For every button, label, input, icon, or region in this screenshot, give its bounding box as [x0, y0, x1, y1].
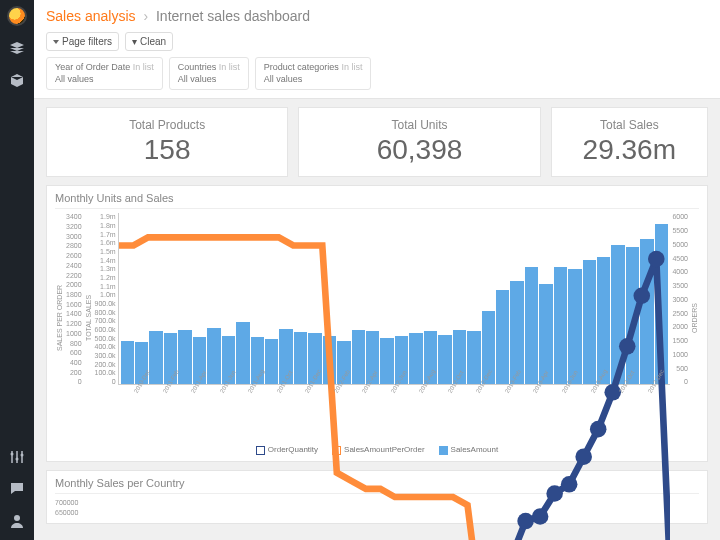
chart-panel-monthly-sales-country: Monthly Sales per Country 700000 650000: [46, 470, 708, 525]
y-axis-ticks-left1: 3400320030002800260024002200200018001600…: [64, 213, 84, 385]
svg-point-37: [590, 421, 607, 438]
svg-point-0: [11, 453, 14, 456]
bar[interactable]: [294, 332, 307, 384]
bar[interactable]: [323, 336, 336, 385]
bar[interactable]: [640, 239, 653, 384]
filter-icon: ▾: [132, 36, 137, 47]
bar[interactable]: [583, 260, 596, 384]
bar[interactable]: [121, 341, 134, 384]
y-axis-label-sales-per-order: SALES PER ORDER: [55, 213, 64, 423]
y-axis-label-total-sales: TOTAL SALES: [84, 213, 93, 423]
filter-bar: Page filters ▾Clean: [46, 32, 708, 51]
chart2-ytick: 700000: [55, 498, 699, 508]
bar[interactable]: [409, 333, 422, 384]
chart-legend: OrderQuantitySalesAmountPerOrderSalesAmo…: [55, 445, 699, 454]
chart2-title: Monthly Sales per Country: [55, 477, 699, 494]
app-logo-icon[interactable]: [7, 6, 27, 26]
chart-panel-monthly-units-sales: Monthly Units and Sales SALES PER ORDER …: [46, 185, 708, 461]
page-filters-toggle[interactable]: Page filters: [46, 32, 119, 51]
dashboard-body: Total Products158Total Units60,398Total …: [34, 99, 720, 532]
user-icon[interactable]: [8, 512, 26, 530]
breadcrumb-sep: ›: [143, 8, 148, 24]
bar[interactable]: [178, 330, 191, 384]
bar[interactable]: [525, 267, 538, 384]
kpi-card[interactable]: Total Products158: [46, 107, 288, 177]
x-axis-ticks: 2010-Dec2011-Feb2011-Apr2011-Jun2011-Aug…: [133, 391, 675, 397]
bar[interactable]: [467, 331, 480, 384]
bar[interactable]: [496, 290, 509, 385]
clean-button[interactable]: ▾Clean: [125, 32, 173, 51]
y-axis-ticks-right: 6000550050004500400035003000250020001500…: [670, 213, 690, 385]
caret-down-icon: [53, 40, 59, 44]
legend-item[interactable]: SalesAmount: [439, 445, 499, 454]
bar[interactable]: [352, 330, 365, 384]
y-axis-label-orders: ORDERS: [690, 213, 699, 423]
bar[interactable]: [236, 322, 249, 384]
bar[interactable]: [611, 245, 624, 385]
bar[interactable]: [149, 331, 162, 384]
chart-title: Monthly Units and Sales: [55, 192, 699, 209]
filter-chip[interactable]: Product categories In listAll values: [255, 57, 372, 90]
svg-point-2: [21, 454, 24, 457]
sliders-icon[interactable]: [8, 448, 26, 466]
legend-item[interactable]: SalesAmountPerOrder: [332, 445, 424, 454]
breadcrumb-current: Internet sales dashboard: [156, 8, 310, 24]
bar[interactable]: [626, 247, 639, 385]
kpi-card[interactable]: Total Units60,398: [298, 107, 540, 177]
main-content: Sales analysis › Internet sales dashboar…: [34, 0, 720, 540]
breadcrumb: Sales analysis › Internet sales dashboar…: [46, 8, 708, 24]
bar[interactable]: [554, 267, 567, 384]
filter-chip[interactable]: Countries In listAll values: [169, 57, 249, 90]
bar[interactable]: [380, 338, 393, 384]
filter-chip[interactable]: Year of Order Date In listAll values: [46, 57, 163, 90]
kpi-row: Total Products158Total Units60,398Total …: [46, 107, 708, 177]
plot-area[interactable]: [118, 213, 671, 385]
chart-area: SALES PER ORDER 340032003000280026002400…: [55, 213, 699, 423]
stack-icon[interactable]: [8, 40, 26, 58]
legend-item[interactable]: OrderQuantity: [256, 445, 318, 454]
chart2-ytick: 650000: [55, 508, 699, 518]
bar[interactable]: [207, 328, 220, 385]
y-axis-ticks-left2: 1.9m1.8m1.7m1.6m1.5m1.4m1.3m1.2m1.1m1.0m…: [93, 213, 118, 385]
chat-icon[interactable]: [8, 480, 26, 498]
bar[interactable]: [265, 339, 278, 384]
breadcrumb-root[interactable]: Sales analysis: [46, 8, 136, 24]
svg-point-1: [16, 458, 19, 461]
bar[interactable]: [438, 335, 451, 385]
left-nav-sidebar: [0, 0, 34, 540]
bar[interactable]: [655, 224, 668, 384]
bar-series: [119, 213, 671, 384]
svg-point-3: [14, 515, 20, 521]
filter-chips: Year of Order Date In listAll valuesCoun…: [46, 57, 708, 98]
cube-icon[interactable]: [8, 72, 26, 90]
page-header: Sales analysis › Internet sales dashboar…: [34, 0, 720, 99]
kpi-card[interactable]: Total Sales29.36m: [551, 107, 708, 177]
